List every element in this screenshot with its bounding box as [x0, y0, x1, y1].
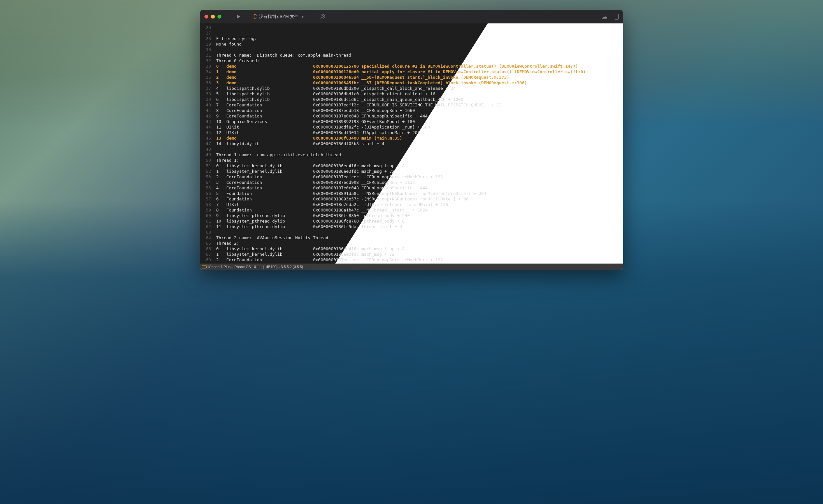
line-number: 36	[200, 80, 211, 85]
code-line[interactable]: 9 libsystem_pthread.dylib 0x0000000186fc…	[216, 213, 623, 218]
app-window: ! 没有找到 dSYM 文件 ▾ ☁ 262728293031323334353…	[200, 10, 623, 270]
titlebar[interactable]: ! 没有找到 dSYM 文件 ▾ ☁	[200, 10, 623, 23]
status-text: iPhone 7 Plus - iPhone OS 10.1.1 (14B100…	[208, 265, 303, 269]
line-number: 43	[200, 119, 211, 124]
line-number: 48	[200, 147, 211, 152]
code-line[interactable]: 3 demo 0x0000000100845fbc __37-[DEMORequ…	[216, 80, 623, 85]
code-line[interactable]: Thread 2 name: AVAudioSession Notify Thr…	[216, 235, 623, 240]
code-content[interactable]: Filtered syslog:None foundThread 0 name:…	[213, 23, 623, 264]
zoom-button[interactable]	[217, 15, 221, 19]
code-line[interactable]: 3 CoreFoundation 0x0000000187edd908 __CF…	[216, 263, 623, 264]
code-line[interactable]: Thread 0 name: Dispatch queue: com.apple…	[216, 52, 623, 58]
code-line[interactable]: 1 libsystem_kernel.dylib 0x0000000186ee3…	[216, 169, 623, 174]
code-line[interactable]: Thread 0 Crashed:	[216, 58, 623, 63]
line-number: 65	[200, 240, 211, 246]
code-line[interactable]: 11 UIKit 0x000000018ddf82fc -[UIApplicat…	[216, 124, 623, 130]
line-number: 29	[200, 41, 211, 47]
device-icon[interactable]	[615, 14, 619, 19]
code-line[interactable]: 2 CoreFoundation 0x0000000187edfcec __CF…	[216, 174, 623, 180]
line-number: 28	[200, 36, 211, 41]
code-line[interactable]: 1 demo 0x0000000100128ed0 partial apply …	[216, 69, 623, 74]
code-line[interactable]: Thread 2:	[216, 240, 623, 246]
line-number: 34	[200, 69, 211, 74]
code-line[interactable]	[216, 30, 623, 36]
code-line[interactable]: 0 libsystem_kernel.dylib 0x0000000186ee4…	[216, 246, 623, 252]
editor-area: 2627282930313233343536373839404142434445…	[200, 23, 623, 264]
code-line[interactable]: 12 UIKit 0x000000018ddf3034 UIApplicatio…	[216, 130, 623, 136]
code-line[interactable]: 8 Foundation 0x0000000188a1b47c __NSThre…	[216, 207, 623, 213]
code-line[interactable]: 10 libsystem_pthread.dylib 0x0000000186f…	[216, 218, 623, 224]
line-number: 61	[200, 218, 211, 224]
line-number: 63	[200, 229, 211, 235]
code-line[interactable]: 7 CoreFoundation 0x0000000187edff2c __CF…	[216, 102, 623, 108]
code-line[interactable]: 5 Foundation 0x000000018891da8c -[NSRunL…	[216, 191, 623, 196]
line-number: 42	[200, 113, 211, 119]
close-button[interactable]	[204, 15, 208, 19]
line-number: 39	[200, 97, 211, 102]
line-number: 55	[200, 185, 211, 191]
line-number: 69	[200, 263, 211, 268]
code-line[interactable]: 10 GraphicsServices 0x0000000189892198 G…	[216, 119, 623, 124]
code-line[interactable]: 7 UIKit 0x000000018e76da2c -[UIEventFetc…	[216, 202, 623, 207]
code-line[interactable]: 11 libsystem_pthread.dylib 0x0000000186f…	[216, 224, 623, 229]
code-line[interactable]	[216, 47, 623, 52]
code-line[interactable]: 14 libdyld.dylib 0x0000000186df05b8 star…	[216, 141, 623, 147]
code-line[interactable]: 9 CoreFoundation 0x0000000187e0c048 CFRu…	[216, 113, 623, 119]
code-line[interactable]: 0 libsystem_kernel.dylib 0x0000000186ee4…	[216, 163, 623, 169]
line-number: 33	[200, 63, 211, 69]
warning-icon: !	[253, 14, 257, 19]
line-number: 52	[200, 169, 211, 174]
line-number: 32	[200, 58, 211, 63]
minimize-button[interactable]	[211, 15, 215, 19]
line-number: 44	[200, 124, 211, 130]
code-line[interactable]: 4 CoreFoundation 0x0000000187e0c048 CFRu…	[216, 185, 623, 191]
target-icon[interactable]	[320, 14, 325, 19]
line-gutter: 2627282930313233343536373839404142434445…	[200, 23, 213, 264]
dsym-warning-dropdown[interactable]: ! 没有找到 dSYM 文件 ▾	[253, 14, 303, 19]
code-line[interactable]: 6 Foundation 0x000000018893e57c -[NSRunL…	[216, 196, 623, 202]
line-number: 53	[200, 174, 211, 180]
line-number: 58	[200, 202, 211, 207]
code-line[interactable]: 5 libdispatch.dylib 0x0000000186dbd1c0 _…	[216, 91, 623, 97]
line-number: 30	[200, 47, 211, 52]
code-line[interactable]: 13 demo 0x0000000100f83480 main (main.m:…	[216, 136, 623, 141]
code-line[interactable]: 3 CoreFoundation 0x0000000187edd908 __CF…	[216, 180, 623, 185]
warning-text: 没有找到 dSYM 文件	[259, 14, 299, 19]
line-number: 27	[200, 30, 211, 36]
code-line[interactable]: 4 libdispatch.dylib 0x0000000186dbd200 _…	[216, 85, 623, 91]
line-number: 40	[200, 102, 211, 108]
line-number: 35	[200, 74, 211, 80]
line-number: 64	[200, 235, 211, 240]
line-number: 26	[200, 25, 211, 30]
code-line[interactable]: Thread 1 name: com.apple.uikit.eventfetc…	[216, 152, 623, 158]
code-line[interactable]	[216, 25, 623, 30]
code-line[interactable]: 6 libdispatch.dylib 0x0000000186dc1d6c _…	[216, 97, 623, 102]
code-line[interactable]	[216, 229, 623, 235]
status-bar: iPhone 7 Plus - iPhone OS 10.1.1 (14B100…	[200, 264, 623, 270]
line-number: 57	[200, 196, 211, 202]
line-number: 66	[200, 246, 211, 252]
code-line[interactable]: 2 CoreFoundation 0x0000000187edfcec __CF…	[216, 257, 623, 263]
code-line[interactable]: 2 demo 0x00000001008465a4 __58-[DEMORequ…	[216, 74, 623, 80]
line-number: 54	[200, 180, 211, 185]
crash-log-editor[interactable]: 2627282930313233343536373839404142434445…	[200, 23, 623, 264]
line-number: 31	[200, 52, 211, 58]
line-number: 47	[200, 141, 211, 147]
line-number: 49	[200, 152, 211, 158]
code-line[interactable]: 8 CoreFoundation 0x0000000187eddb18 __CF…	[216, 108, 623, 113]
line-number: 41	[200, 108, 211, 113]
code-line[interactable]	[216, 147, 623, 152]
line-number: 37	[200, 85, 211, 91]
play-icon[interactable]	[237, 15, 240, 19]
line-number: 46	[200, 136, 211, 141]
line-number: 62	[200, 224, 211, 229]
line-number: 50	[200, 158, 211, 163]
code-line[interactable]: None found	[216, 41, 623, 47]
line-number: 38	[200, 91, 211, 97]
code-line[interactable]: Thread 1:	[216, 158, 623, 163]
code-line[interactable]: 1 libsystem_kernel.dylib 0x0000000186ee3…	[216, 252, 623, 257]
code-line[interactable]: 0 demo 0x0000000100125780 specialized cl…	[216, 63, 623, 69]
cloud-download-icon[interactable]: ☁	[602, 13, 608, 20]
code-line[interactable]: Filtered syslog:	[216, 36, 623, 41]
line-number: 60	[200, 213, 211, 218]
